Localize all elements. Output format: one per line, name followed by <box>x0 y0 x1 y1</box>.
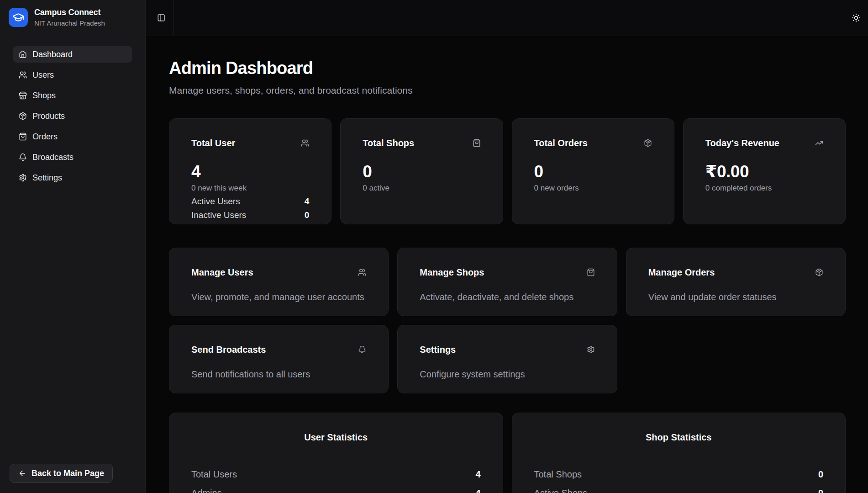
sidebar-item-settings[interactable]: Settings <box>13 170 132 186</box>
stat-note: 0 new orders <box>534 183 652 193</box>
action-card-manage-users[interactable]: Manage Users View, promote, and manage u… <box>169 248 389 316</box>
action-card-title: Send Broadcasts <box>191 343 266 356</box>
house-icon <box>19 50 27 58</box>
header-separator <box>174 0 174 36</box>
action-card-description: Activate, deactivate, and delete shops <box>420 291 594 303</box>
statistics-row-value: 0 <box>818 468 823 481</box>
statistics-row: Active Shops 0 <box>534 487 824 493</box>
sidebar-item-broadcasts[interactable]: Broadcasts <box>13 149 132 165</box>
statistics-row-label: Admins <box>191 487 222 493</box>
back-button-label: Back to Main Page <box>32 469 104 478</box>
statistics-row-value: 4 <box>475 468 480 481</box>
top-bar <box>146 0 868 36</box>
bell-icon <box>358 345 366 354</box>
stat-value: ₹0.00 <box>705 162 823 181</box>
page-title: Admin Dashboard <box>169 58 846 79</box>
stat-card-title: Total Shops <box>363 137 414 149</box>
sidebar-toggle-button[interactable] <box>153 10 169 26</box>
statistics-row-value: 4 <box>475 487 480 493</box>
stat-note: 0 active <box>363 183 480 193</box>
stat-sub-value: 4 <box>305 196 310 207</box>
action-card-settings[interactable]: Settings Configure system settings <box>397 325 617 393</box>
stat-card-title: Today's Revenue <box>705 137 779 149</box>
sidebar-item-label: Orders <box>32 132 58 142</box>
bell-icon <box>19 153 27 161</box>
action-card-manage-shops[interactable]: Manage Shops Activate, deactivate, and d… <box>397 248 617 316</box>
stat-sub-row: Active Users 4 <box>191 196 309 207</box>
statistics-row-label: Total Users <box>191 468 237 481</box>
sidebar-item-products[interactable]: Products <box>13 108 132 124</box>
page-subtitle: Manage users, shops, orders, and broadca… <box>169 84 846 97</box>
users-icon <box>358 268 366 276</box>
stat-value: 0 <box>534 162 652 181</box>
stat-card-title: Total User <box>191 137 235 149</box>
action-card-description: Send notifications to all users <box>191 368 366 381</box>
action-card-description: View and update order statuses <box>648 291 823 303</box>
package-icon <box>19 112 27 120</box>
shopping-bag-icon <box>587 268 595 276</box>
brand-subtitle: NIT Arunachal Pradesh <box>34 19 105 27</box>
action-card-title: Manage Shops <box>420 266 484 279</box>
brand-name: Campus Connect <box>34 8 105 17</box>
users-icon <box>19 71 27 79</box>
stat-card-total-orders: Total Orders 0 0 new orders <box>512 118 674 224</box>
brand-logo <box>9 8 28 27</box>
stat-sub-value: 0 <box>305 210 310 221</box>
back-to-main-page-button[interactable]: Back to Main Page <box>10 464 113 483</box>
user-statistics-card: User Statistics Total Users 4 Admins 4 <box>169 413 503 493</box>
sidebar-item-label: Settings <box>32 173 62 183</box>
sidebar-item-label: Broadcasts <box>32 153 74 162</box>
users-icon <box>301 139 309 147</box>
shop-statistics-card: Shop Statistics Total Shops 0 Active Sho… <box>512 413 846 493</box>
action-card-send-broadcasts[interactable]: Send Broadcasts Send notifications to al… <box>169 325 389 393</box>
sidebar-item-label: Dashboard <box>32 50 73 59</box>
stat-card-todays-revenue: Today's Revenue ₹0.00 0 completed orders <box>683 118 846 224</box>
action-card-description: View, promote, and manage user accounts <box>191 291 366 303</box>
sidebar-item-users[interactable]: Users <box>13 67 132 83</box>
stats-grid: Total User 4 0 new this week Active User… <box>169 118 846 224</box>
action-card-description: Configure system settings <box>420 368 594 381</box>
package-icon <box>644 139 652 147</box>
trending-up-icon <box>815 139 823 147</box>
statistics-row-label: Active Shops <box>534 487 588 493</box>
stat-note: 0 new this week <box>191 183 309 193</box>
sidebar-item-label: Users <box>32 70 54 80</box>
sidebar-nav: Dashboard Users Shops Products Orders Br… <box>0 46 145 186</box>
actions-grid: Manage Users View, promote, and manage u… <box>169 248 846 393</box>
sidebar-item-orders[interactable]: Orders <box>13 128 132 145</box>
stat-sub-row: Inactive Users 0 <box>191 210 309 221</box>
shopping-bag-icon <box>19 133 27 141</box>
statistics-card-title: User Statistics <box>191 431 481 444</box>
gear-icon <box>587 345 595 354</box>
statistics-row: Admins 4 <box>191 487 481 493</box>
stat-value: 0 <box>363 162 480 181</box>
gear-icon <box>19 174 27 182</box>
sun-icon <box>852 13 861 22</box>
statistics-row-label: Total Shops <box>534 468 582 481</box>
action-card-title: Manage Orders <box>648 266 715 279</box>
shopping-bag-icon <box>473 139 481 147</box>
stat-card-total-user: Total User 4 0 new this week Active User… <box>169 118 331 224</box>
stat-note: 0 completed orders <box>705 183 823 193</box>
statistics-row: Total Users 4 <box>191 468 481 481</box>
statistics-grid: User Statistics Total Users 4 Admins 4 S… <box>169 413 846 493</box>
statistics-row-value: 0 <box>818 487 823 493</box>
statistics-card-title: Shop Statistics <box>534 431 824 444</box>
stat-sub-label: Inactive Users <box>191 210 246 221</box>
action-card-manage-orders[interactable]: Manage Orders View and update order stat… <box>626 248 846 316</box>
package-icon <box>815 268 823 276</box>
arrow-left-icon <box>18 469 26 477</box>
stat-value: 4 <box>191 162 309 181</box>
stat-card-title: Total Orders <box>534 137 588 149</box>
theme-toggle-button[interactable] <box>848 10 864 26</box>
statistics-row: Total Shops 0 <box>534 468 824 481</box>
panel-left-icon <box>157 14 165 22</box>
action-card-title: Settings <box>420 343 456 356</box>
graduation-cap-icon <box>12 11 24 23</box>
main-content: Admin Dashboard Manage users, shops, ord… <box>146 36 868 493</box>
action-card-title: Manage Users <box>191 266 253 279</box>
stat-card-total-shops: Total Shops 0 0 active <box>340 118 503 224</box>
sidebar-item-dashboard[interactable]: Dashboard <box>13 46 132 63</box>
store-icon <box>19 91 27 100</box>
sidebar-item-shops[interactable]: Shops <box>13 87 132 104</box>
